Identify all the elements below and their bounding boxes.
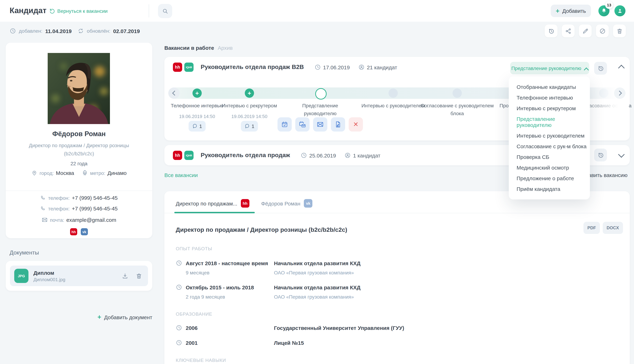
- delete-button[interactable]: [613, 24, 626, 37]
- stage-1-circle[interactable]: +: [192, 88, 202, 98]
- chevron-up-icon: [584, 68, 589, 72]
- vacancy-2-title[interactable]: Руководитель отдела продаж: [201, 152, 290, 159]
- history-icon: [597, 152, 604, 158]
- dropdown-item[interactable]: Интервью с руководителем: [517, 132, 590, 139]
- experience-2-duration: 2 года 9 месяцев: [186, 294, 225, 300]
- document-filename: Диплом001.jpg: [34, 277, 122, 282]
- chat-icon: [192, 123, 198, 129]
- ban-icon: [599, 28, 606, 34]
- undo-icon: [49, 8, 55, 14]
- stage-3-actions: ✕: [277, 117, 363, 132]
- candidate-socials: hh vk: [6, 228, 152, 235]
- add-button[interactable]: + Добавить: [551, 4, 591, 17]
- pipeline-prev-button[interactable]: [168, 88, 180, 99]
- tab-vacancies-active[interactable]: Вакансии в работе: [164, 45, 214, 51]
- vacancy-2-date: 25.06.2019: [309, 152, 336, 158]
- dropdown-item[interactable]: Отобранные кандидаты: [517, 84, 590, 90]
- vk-icon: vk: [304, 199, 312, 208]
- stage-2-circle[interactable]: +: [245, 88, 254, 98]
- add-document-link[interactable]: + Добавить документ: [98, 314, 152, 321]
- document-item[interactable]: JPG Диплом Диплом001.jpg: [10, 266, 148, 286]
- education-2-school: Лицей №15: [274, 340, 304, 346]
- block-button[interactable]: [596, 24, 609, 37]
- experience-1-position: Начальник отдела развития КХД: [274, 260, 361, 266]
- updated-date: обновлён:02.07.2019: [78, 28, 140, 34]
- resume-tab-1[interactable]: Директор по продажам... hh: [176, 199, 249, 208]
- stage-2-comments[interactable]: 1: [241, 121, 258, 132]
- dropdown-item[interactable]: Медицинский осмотр: [517, 164, 590, 170]
- history-icon: [548, 28, 554, 34]
- jpg-badge: JPG: [14, 269, 29, 283]
- experience-1-duration: 9 месяцев: [186, 270, 210, 276]
- stage-2-label: Интервью с рекрутером: [217, 102, 281, 110]
- share-icon: [565, 28, 571, 34]
- all-vacancies-link[interactable]: Все вакансии: [164, 172, 198, 178]
- export-docx-button[interactable]: DOCX: [603, 222, 623, 234]
- user-icon: [617, 8, 623, 14]
- calendar-check-icon: [281, 121, 288, 128]
- skills-heading: КЛЮЧЕВЫЕ НАВЫКИ: [176, 358, 226, 363]
- stage-3-label: Представление руководителю: [288, 102, 352, 117]
- profile-avatar[interactable]: [614, 5, 625, 16]
- candidate-phone-2: телефон:+7 (999) 546-45-45: [6, 206, 152, 212]
- divider: [149, 4, 149, 18]
- added-date: добавлен:11.04.2019: [10, 28, 72, 34]
- hh-icon[interactable]: hh: [70, 228, 77, 235]
- tab-archive[interactable]: Архив: [218, 45, 233, 51]
- dropdown-item[interactable]: Согласование с рук-м блока: [517, 143, 590, 149]
- dropdown-item[interactable]: Проверка СБ: [517, 154, 590, 160]
- search-button[interactable]: [158, 4, 172, 18]
- vacancy-1-collapse-chevron[interactable]: [619, 65, 624, 69]
- hh-icon: hh: [173, 151, 182, 160]
- resume-card: [164, 191, 630, 364]
- back-to-vacancy-link[interactable]: Вернуться к вакансии: [49, 8, 108, 14]
- bell-icon: [601, 8, 607, 14]
- stage-1-comments[interactable]: 1: [189, 121, 206, 132]
- dropdown-item[interactable]: Телефонное интервью: [517, 94, 590, 100]
- dropdown-item-selected[interactable]: Представление руководителю: [517, 116, 590, 128]
- trash-icon[interactable]: [136, 272, 142, 279]
- stage-7-circle[interactable]: [599, 88, 608, 98]
- search-icon: [162, 8, 168, 14]
- history-button[interactable]: [545, 24, 557, 37]
- vacancy-1-history-button[interactable]: [594, 62, 607, 75]
- edit-button[interactable]: [579, 24, 592, 37]
- schedule-interview-button[interactable]: [277, 117, 292, 132]
- resume-tab-2[interactable]: Фёдоров Роман vk: [261, 199, 312, 208]
- page-title: Кандидат: [10, 6, 47, 15]
- export-pdf-button[interactable]: PDF: [583, 222, 600, 234]
- vacancy-1-title[interactable]: Руководитель отдела продаж B2B: [201, 64, 304, 71]
- calendar-invite-button[interactable]: [295, 117, 309, 132]
- stage-5-circle[interactable]: [453, 88, 462, 98]
- send-email-button[interactable]: [313, 117, 327, 132]
- stage-3-circle[interactable]: [315, 88, 327, 100]
- candidate-photo: [48, 53, 110, 124]
- reject-button[interactable]: ✕: [349, 117, 363, 132]
- share-button[interactable]: [562, 24, 575, 37]
- pipeline-next-button[interactable]: [614, 88, 625, 99]
- edit-document-button[interactable]: [331, 117, 345, 132]
- experience-2-position: Начальник отдела развития КХД: [274, 284, 361, 290]
- dropdown-item[interactable]: Интервью с рекрутером: [517, 105, 590, 111]
- vacancy-1-header: hh IQHR Руководитель отдела продаж B2B 1…: [173, 62, 397, 72]
- document-name: Диплом: [34, 270, 122, 276]
- stage-select[interactable]: Представление руководителю: [510, 62, 589, 74]
- plus-icon: +: [556, 8, 559, 14]
- pencil-icon: [582, 28, 589, 34]
- vacancy-1-date: 17.06.2019: [323, 64, 350, 70]
- stage-4-circle[interactable]: [389, 88, 398, 98]
- pin-icon: [31, 170, 37, 176]
- resume-title: Директор по продажам / Директор розницы …: [176, 226, 347, 234]
- dropdown-item[interactable]: Предложение о работе: [517, 175, 590, 181]
- vk-icon[interactable]: vk: [81, 228, 88, 235]
- vacancy-2-header: hh IQHR Руководитель отдела продаж 25.06…: [173, 151, 380, 160]
- vacancy-2-history-button[interactable]: [594, 148, 607, 162]
- experience-2-period: Октябрь 2015 - июль 2018: [186, 284, 254, 290]
- dropdown-item[interactable]: Приём кандидата: [517, 186, 590, 192]
- notifications-button[interactable]: 13: [598, 5, 609, 16]
- vacancy-2-expand-chevron[interactable]: [619, 152, 624, 157]
- experience-heading: ОПЫТ РАБОТЫ: [176, 246, 212, 251]
- clock-icon: [176, 260, 182, 266]
- vacancy-1-candidates: 21 кандидат: [367, 64, 397, 70]
- download-icon[interactable]: [122, 272, 128, 279]
